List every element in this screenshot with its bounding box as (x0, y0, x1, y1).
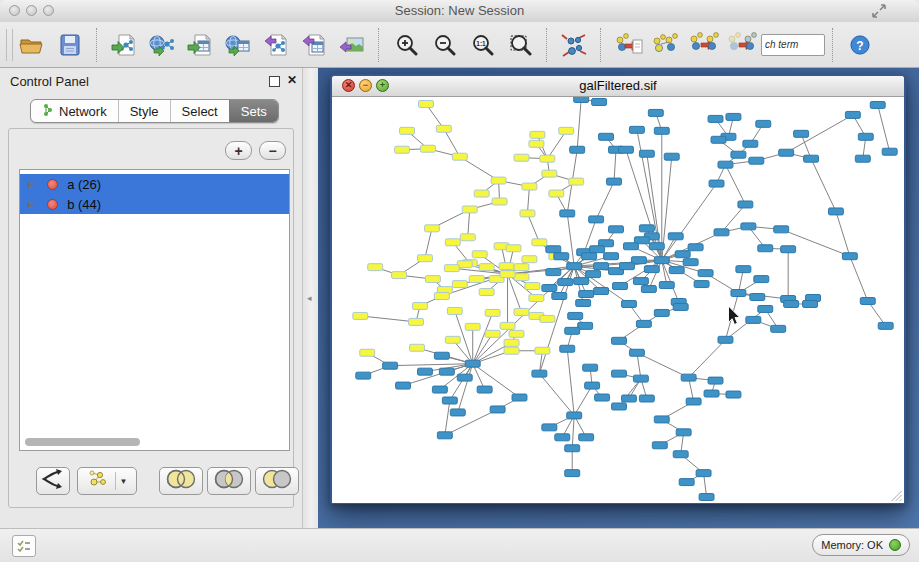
toolbar-grip[interactable] (6, 29, 13, 61)
window-title: Session: New Session (0, 3, 919, 18)
import-table-web-icon (224, 33, 252, 57)
graph-nodes[interactable] (353, 97, 897, 501)
expand-window-icon[interactable] (871, 3, 887, 19)
union-button[interactable] (159, 467, 203, 495)
tab-label: Network (59, 104, 107, 119)
select-from-file-button[interactable] (609, 26, 647, 64)
zoom-out-icon (432, 33, 456, 57)
set-label: b (44) (67, 197, 101, 212)
expand-triangle-icon[interactable]: ▶ (28, 200, 34, 209)
sets-list: ▶a (26)▶b (44) (19, 169, 290, 451)
tab-label: Style (130, 104, 159, 119)
splitter-handle-icon[interactable]: ◂ (307, 293, 312, 303)
first-neighbors-button[interactable] (647, 26, 685, 64)
scrollbar-thumb[interactable] (25, 438, 140, 446)
memory-ok-indicator (889, 539, 901, 551)
new-from-selected-icon (689, 32, 719, 58)
open-session-button[interactable] (13, 26, 51, 64)
import-network-file-icon (110, 33, 138, 57)
tab-sets[interactable]: Sets (229, 100, 278, 122)
sets-panel: + − ▶a (26)▶b (44) ▼ (8, 128, 294, 508)
export-table-button[interactable] (295, 26, 333, 64)
tab-style[interactable]: Style (118, 100, 170, 122)
zoom-selected-icon (508, 33, 532, 57)
split-divider (115, 472, 116, 490)
network-graph[interactable] (332, 97, 904, 503)
zoom-in-icon (394, 33, 418, 57)
search-input[interactable] (761, 34, 825, 56)
toolbar-separator (378, 28, 380, 62)
close-panel-icon[interactable]: ✕ (287, 73, 297, 87)
network-window[interactable]: ✕ − + galFiltered.sif (330, 74, 906, 504)
union-venn-icon (161, 467, 201, 495)
intersection-venn-icon (209, 467, 249, 495)
svg-text:1:1: 1:1 (476, 39, 486, 46)
memory-status-label: Memory: OK (821, 539, 883, 551)
dropdown-caret-icon[interactable]: ▼ (120, 477, 128, 486)
set-color-icon (47, 199, 58, 210)
open-folder-icon (19, 33, 45, 57)
hide-selected-button[interactable] (723, 26, 761, 64)
control-panel-tabbar: NetworkStyleSelectSets (30, 99, 279, 123)
horizontal-scrollbar[interactable] (25, 438, 284, 446)
layout-icon (559, 32, 589, 58)
memory-status-button[interactable]: Memory: OK (812, 534, 910, 556)
import-network-web-icon (148, 33, 176, 57)
main-toolbar: 1:1? (0, 22, 919, 68)
toolbar-separator (832, 28, 834, 62)
app-window: { "window": { "title": "Session: New Ses… (0, 0, 919, 562)
save-session-button[interactable] (51, 26, 89, 64)
set-label: a (26) (67, 177, 101, 192)
status-bar: Memory: OK (0, 528, 919, 562)
task-list-icon (17, 540, 31, 552)
remove-set-button[interactable]: − (259, 141, 286, 160)
import-table-web-button[interactable] (219, 26, 257, 64)
export-image-icon (338, 33, 366, 57)
set-row[interactable]: ▶a (26) (20, 174, 289, 194)
toolbar-separator (96, 28, 98, 62)
export-network-icon (262, 33, 290, 57)
select-from-file-icon (613, 32, 643, 58)
toolbar-separator (600, 28, 602, 62)
control-panel: Control Panel ✕ NetworkStyleSelectSets +… (0, 68, 302, 528)
save-icon (58, 33, 82, 57)
export-table-icon (300, 33, 328, 57)
network-tab-icon (42, 103, 54, 120)
difference-button[interactable] (255, 467, 299, 495)
create-set-button[interactable]: ▼ (77, 467, 137, 495)
zoom-in-button[interactable] (387, 26, 425, 64)
split-set-button[interactable] (36, 467, 70, 495)
zoom-actual-size-button[interactable]: 1:1 (463, 26, 501, 64)
intersection-button[interactable] (207, 467, 251, 495)
network-window-title: galFiltered.sif (332, 78, 904, 93)
float-panel-icon[interactable] (269, 76, 280, 87)
zoom-out-button[interactable] (425, 26, 463, 64)
import-network-web-button[interactable] (143, 26, 181, 64)
control-panel-header: Control Panel ✕ (0, 68, 302, 96)
set-row[interactable]: ▶b (44) (20, 194, 289, 214)
window-titlebar: Session: New Session (0, 0, 919, 23)
zoom-selected-region-button[interactable] (501, 26, 539, 64)
export-image-button[interactable] (333, 26, 371, 64)
import-table-file-icon (186, 33, 214, 57)
tab-network[interactable]: Network (31, 100, 118, 122)
tab-select[interactable]: Select (170, 100, 229, 122)
toolbar-separator (546, 28, 548, 62)
apply-layout-button[interactable] (555, 26, 593, 64)
new-network-from-selection-button[interactable] (685, 26, 723, 64)
hide-selected-icon (727, 32, 757, 58)
import-network-file-button[interactable] (105, 26, 143, 64)
export-network-button[interactable] (257, 26, 295, 64)
panel-splitter[interactable]: ◂ (302, 68, 318, 528)
expand-triangle-icon[interactable]: ▶ (28, 180, 34, 189)
network-canvas[interactable] (332, 97, 904, 503)
add-set-button[interactable]: + (225, 141, 252, 160)
network-window-titlebar[interactable]: ✕ − + galFiltered.sif (332, 76, 904, 97)
tab-label: Sets (241, 104, 267, 119)
task-monitor-button[interactable] (12, 535, 36, 557)
set-color-icon (47, 179, 58, 190)
frame-resize-grip[interactable] (892, 491, 902, 501)
first-neighbors-icon (651, 32, 681, 58)
help-button[interactable]: ? (841, 26, 879, 64)
import-table-file-button[interactable] (181, 26, 219, 64)
